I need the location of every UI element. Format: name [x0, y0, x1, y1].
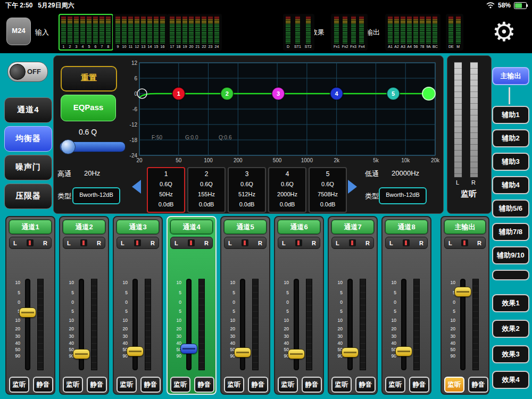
sidebar-item-compressor[interactable]: 压限器 — [4, 184, 52, 209]
mute-button[interactable]: 静音 — [140, 377, 161, 393]
level-meter-icon — [93, 16, 98, 44]
x-tick-label: 100 — [204, 157, 213, 163]
hp-type-button[interactable]: Bworth-12dB — [72, 187, 120, 204]
channel-name-button[interactable]: 通道7 — [331, 220, 374, 234]
pan-control[interactable]: LR — [224, 237, 267, 249]
pan-left-label: L — [448, 240, 452, 246]
bus-item-4[interactable]: 辅助3 — [492, 153, 529, 171]
fader-scale-label: 90 — [62, 353, 74, 359]
bus-item-6[interactable]: 辅助5/6 — [492, 200, 529, 218]
channel-name-button[interactable]: 主输出 — [444, 220, 486, 234]
channel-name-button[interactable]: 通道5 — [224, 220, 267, 234]
fader-knob[interactable] — [234, 347, 251, 358]
sidebar-item-channel[interactable]: 通道4 — [4, 97, 52, 123]
pan-control[interactable]: LR — [9, 237, 52, 249]
mute-button[interactable]: 静音 — [33, 377, 53, 393]
bus-item-5[interactable]: 辅助4 — [492, 176, 529, 194]
channel-name-button[interactable]: 通道2 — [63, 220, 105, 234]
status-bar: 下午 2:50 5月29日周六 58% — [0, 0, 532, 11]
fader-scale-label: 20 — [62, 326, 74, 331]
pan-control[interactable]: LR — [278, 237, 320, 249]
band-box-3[interactable]: 30.6Q512Hz0.0dB — [228, 167, 266, 213]
fader-track[interactable] — [132, 279, 138, 370]
mute-button[interactable]: 静音 — [468, 377, 488, 393]
fader-track[interactable] — [186, 279, 192, 370]
sidebar-item-equalizer[interactable]: 均衡器 — [4, 126, 52, 152]
eq-graph[interactable]: 1260-6-12-18-24205010020050010002k5k10k2… — [127, 60, 440, 166]
bus-item-2[interactable]: 辅助1 — [492, 106, 529, 124]
mute-button[interactable]: 静音 — [409, 377, 429, 393]
monitor-button[interactable]: 监听 — [385, 377, 405, 393]
monitor-button[interactable]: 监听 — [444, 377, 464, 393]
band-freq-value: 2000Hz — [269, 189, 305, 200]
power-toggle[interactable]: OFF — [7, 62, 48, 82]
fader-scale-label: 5 — [170, 290, 181, 295]
pan-control[interactable]: LR — [331, 237, 374, 249]
level-meter-icon — [189, 16, 194, 44]
pan-right-label: R — [43, 240, 47, 246]
q-slider-knob[interactable] — [61, 139, 76, 154]
q-slider[interactable] — [60, 139, 124, 153]
pan-control[interactable]: LR — [385, 237, 428, 249]
bus-item-1[interactable]: 主输出 — [492, 67, 529, 85]
gear-icon[interactable] — [492, 12, 516, 52]
monitor-button[interactable]: 监听 — [224, 377, 244, 393]
fader-knob[interactable] — [127, 346, 144, 356]
mute-button[interactable]: 静音 — [355, 377, 376, 393]
device-button[interactable]: M24 — [6, 18, 31, 45]
fader-knob[interactable] — [73, 349, 90, 359]
mute-button[interactable]: 静音 — [302, 377, 322, 393]
fader-track[interactable] — [25, 279, 30, 370]
monitor-button[interactable]: 监听 — [331, 377, 352, 393]
band-handle-number: 2 — [226, 90, 229, 97]
meter-channel: 12 — [135, 16, 139, 48]
fader-knob[interactable] — [395, 346, 412, 356]
fader-track[interactable] — [401, 279, 406, 370]
fader-knob[interactable] — [454, 287, 471, 297]
fader-scale-label: 10 — [277, 318, 289, 323]
sidebar-item-noise-gate[interactable]: 噪声门 — [4, 155, 52, 180]
mute-button[interactable]: 静音 — [194, 377, 214, 393]
pan-control[interactable]: LR — [444, 237, 486, 249]
band-box-5[interactable]: 50.6Q7508Hz0.0dB — [309, 167, 347, 213]
pan-control[interactable]: LR — [170, 237, 213, 249]
channel-name-button[interactable]: 通道3 — [117, 220, 159, 234]
channel-name-button[interactable]: 通道8 — [385, 220, 428, 234]
bus-item-8[interactable]: 辅助9/10 — [492, 246, 529, 264]
channel-name-button[interactable]: 通道4 — [170, 220, 213, 234]
bus-item-7[interactable]: 辅助7/8 — [492, 223, 529, 241]
mute-button[interactable]: 静音 — [87, 377, 107, 393]
bus-item-12[interactable]: 效果3 — [492, 345, 529, 363]
channel-name-button[interactable]: 通道1 — [9, 220, 52, 234]
band-box-1[interactable]: 10.6Q50Hz0.0dB — [147, 167, 185, 213]
pan-control[interactable]: LR — [63, 237, 105, 249]
bus-item-10[interactable]: 效果1 — [492, 294, 529, 312]
chevron-left-icon[interactable] — [132, 180, 141, 194]
lp-handle-icon[interactable] — [422, 87, 435, 100]
monitor-button[interactable]: 监听 — [170, 377, 190, 393]
fader-scale-label: 90 — [116, 353, 128, 359]
fader-scale-label: 50 — [116, 347, 128, 352]
chevron-right-icon[interactable] — [348, 180, 357, 194]
mute-button[interactable]: 静音 — [248, 377, 268, 393]
band-box-2[interactable]: 20.6Q155Hz0.0dB — [187, 167, 226, 213]
fader-knob[interactable] — [288, 349, 305, 359]
bus-item-partial[interactable] — [492, 270, 529, 280]
lp-type-button[interactable]: Bworth-12dB — [379, 187, 427, 204]
channel-name-button[interactable]: 通道6 — [278, 220, 320, 234]
pan-control[interactable]: LR — [117, 237, 159, 249]
fader-knob[interactable] — [342, 347, 359, 358]
meter-channel-label: 3 — [76, 45, 78, 48]
fader-knob[interactable] — [19, 307, 36, 318]
fader-knob[interactable] — [180, 344, 197, 354]
bus-item-11[interactable]: 效果2 — [492, 320, 529, 338]
band-box-4[interactable]: 40.6Q2000Hz0.0dB — [268, 167, 306, 213]
bus-item-13[interactable]: 效果4 — [492, 371, 529, 389]
monitor-button[interactable]: 监听 — [63, 377, 83, 393]
bus-item-3[interactable]: 辅助2 — [492, 129, 529, 147]
monitor-button[interactable]: 监听 — [9, 377, 29, 393]
monitor-button[interactable]: 监听 — [278, 377, 298, 393]
monitor-button[interactable]: 监听 — [117, 377, 137, 393]
eqpass-button[interactable]: EQPass — [61, 95, 116, 121]
reset-button[interactable]: 重置 — [61, 66, 117, 92]
